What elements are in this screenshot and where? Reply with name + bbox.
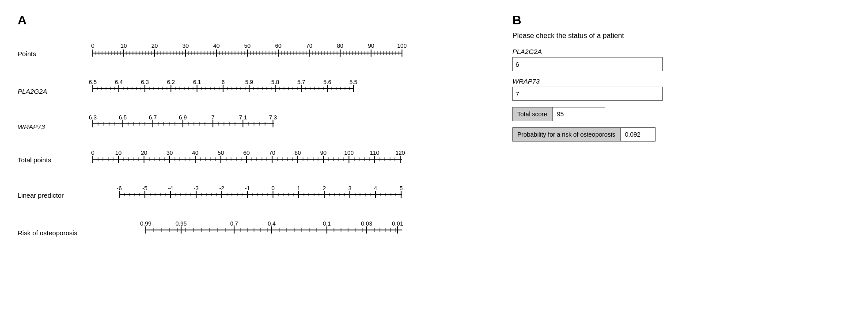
svg-text:5.8: 5.8 (271, 79, 279, 85)
svg-text:-4: -4 (168, 185, 173, 191)
svg-text:0.99: 0.99 (140, 220, 151, 227)
svg-text:6.5: 6.5 (119, 114, 127, 121)
svg-text:4: 4 (374, 185, 377, 191)
svg-text:10: 10 (115, 149, 121, 156)
svg-text:1: 1 (297, 185, 300, 191)
svg-text:-3: -3 (193, 185, 199, 191)
svg-text:5.7: 5.7 (297, 79, 305, 85)
svg-text:5: 5 (399, 185, 402, 191)
svg-text:5.9: 5.9 (245, 79, 253, 85)
svg-text:0: 0 (91, 42, 94, 49)
svg-text:10: 10 (121, 42, 127, 49)
pla2g2a-label: PLA2G2A (18, 88, 47, 95)
svg-text:0.4: 0.4 (268, 220, 276, 227)
svg-text:0.95: 0.95 (175, 220, 186, 227)
svg-text:50: 50 (244, 42, 250, 49)
svg-text:6.4: 6.4 (115, 79, 123, 85)
svg-text:0.01: 0.01 (392, 220, 403, 227)
svg-text:30: 30 (167, 149, 173, 156)
svg-text:90: 90 (320, 149, 326, 156)
svg-text:7: 7 (211, 114, 214, 121)
svg-text:6.2: 6.2 (167, 79, 175, 85)
svg-text:0: 0 (91, 149, 94, 156)
svg-text:7.1: 7.1 (239, 114, 247, 121)
svg-text:50: 50 (218, 149, 224, 156)
svg-text:100: 100 (344, 149, 354, 156)
svg-text:70: 70 (306, 42, 312, 49)
probability-value: 0.092 (620, 127, 656, 142)
svg-text:110: 110 (370, 149, 379, 156)
svg-text:3: 3 (348, 185, 351, 191)
linear-predictor-label: Linear predictor (18, 191, 64, 199)
svg-text:80: 80 (337, 42, 343, 49)
svg-text:120: 120 (395, 149, 405, 156)
pla2g2a-field-label: PLA2G2A (512, 48, 841, 55)
wrap73-field-label: WRAP73 (512, 77, 841, 85)
panel-a: A Points 0 10 20 30 40 50 60 70 80 90 10… (0, 0, 486, 314)
svg-text:20: 20 (141, 149, 147, 156)
wrap73-input[interactable] (512, 87, 663, 101)
svg-text:6.3: 6.3 (89, 114, 97, 121)
instruction-text: Please check the status of a patient (512, 32, 841, 40)
svg-text:0.7: 0.7 (230, 220, 238, 227)
svg-text:90: 90 (368, 42, 374, 49)
svg-text:30: 30 (182, 42, 189, 49)
nomogram-svg: Points 0 10 20 30 40 50 60 70 80 90 100 (18, 36, 415, 310)
total-score-label: Total score (512, 107, 552, 121)
svg-text:2: 2 (322, 185, 326, 191)
svg-text:80: 80 (295, 149, 301, 156)
svg-text:0: 0 (271, 185, 274, 191)
total-points-label: Total points (18, 156, 51, 164)
svg-text:70: 70 (269, 149, 275, 156)
svg-text:-6: -6 (117, 185, 122, 191)
probability-label: Probability for a risk of osteoporosis (512, 127, 620, 142)
svg-text:-1: -1 (245, 185, 250, 191)
risk-label: Risk of osteoporosis (18, 229, 77, 237)
probability-row: Probability for a risk of osteoporosis 0… (512, 127, 841, 142)
total-score-value: 95 (552, 107, 605, 121)
svg-text:100: 100 (397, 42, 407, 49)
svg-text:5.5: 5.5 (349, 79, 357, 85)
svg-text:6.9: 6.9 (179, 114, 187, 121)
svg-text:60: 60 (275, 42, 281, 49)
svg-text:40: 40 (192, 149, 198, 156)
svg-text:0.03: 0.03 (361, 220, 372, 227)
svg-text:-5: -5 (142, 185, 148, 191)
svg-text:5.6: 5.6 (323, 79, 331, 85)
panel-a-label: A (18, 13, 468, 27)
svg-text:6.1: 6.1 (193, 79, 201, 85)
svg-text:0.1: 0.1 (323, 220, 331, 227)
pla2g2a-input[interactable] (512, 57, 663, 71)
svg-text:7.3: 7.3 (269, 114, 277, 121)
svg-text:6.7: 6.7 (149, 114, 157, 121)
svg-text:-2: -2 (219, 185, 224, 191)
svg-text:60: 60 (243, 149, 250, 156)
svg-text:40: 40 (213, 42, 220, 49)
panel-b-label: B (512, 13, 841, 27)
total-score-row: Total score 95 (512, 107, 841, 121)
svg-text:20: 20 (152, 42, 158, 49)
points-label: Points (18, 50, 36, 57)
wrap73-label: WRAP73 (18, 123, 45, 130)
panel-b: B Please check the status of a patient P… (486, 0, 868, 314)
svg-text:6: 6 (221, 79, 224, 85)
svg-text:6.3: 6.3 (141, 79, 149, 85)
svg-text:6.5: 6.5 (89, 79, 97, 85)
